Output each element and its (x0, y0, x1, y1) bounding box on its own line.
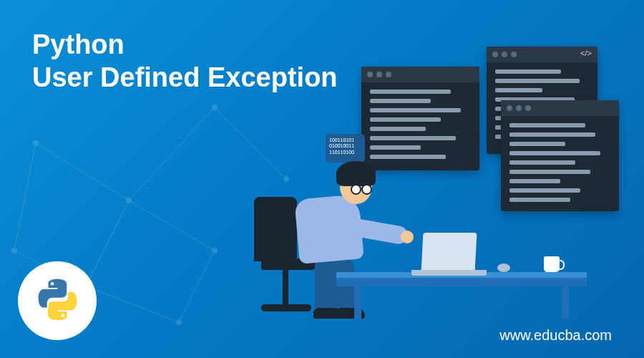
code-window-3 (501, 100, 619, 211)
chair-base (261, 304, 311, 311)
code-window-1 (361, 67, 479, 170)
person-glasses (351, 184, 372, 191)
person-hand (401, 231, 414, 243)
coffee-cup (544, 256, 560, 272)
svg-line-1 (86, 200, 129, 286)
svg-line-5 (14, 143, 36, 251)
svg-line-2 (129, 200, 215, 251)
svg-point-14 (11, 248, 17, 253)
chair-back (254, 197, 297, 261)
python-logo-badge (18, 261, 97, 340)
website-url: www.educba.com (499, 327, 612, 344)
computer-mouse (497, 263, 510, 272)
svg-point-9 (33, 140, 39, 146)
python-logo-icon (31, 273, 84, 329)
svg-point-10 (126, 198, 132, 203)
desk-leg (354, 284, 361, 319)
laptop-base (411, 270, 487, 276)
programmer-illustration: </> (236, 47, 623, 319)
svg-line-4 (179, 251, 215, 322)
svg-line-0 (36, 143, 129, 200)
svg-line-7 (129, 107, 215, 200)
desk-leg (562, 284, 569, 319)
svg-line-3 (86, 286, 179, 322)
desk-surface (336, 278, 587, 286)
svg-point-12 (212, 248, 218, 253)
svg-point-13 (176, 319, 182, 325)
chair-pole (283, 268, 288, 304)
person-hair (336, 161, 376, 186)
person-leg (333, 259, 354, 315)
laptop-screen (421, 233, 477, 272)
binary-speech-bubble: 100110101 010010011 110110100 (326, 134, 365, 163)
svg-point-15 (212, 105, 218, 110)
